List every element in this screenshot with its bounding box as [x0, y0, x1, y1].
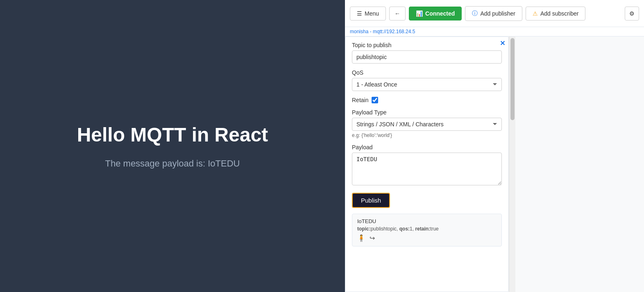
- add-subscriber-button[interactable]: ⚠ Add subscriber: [526, 7, 585, 21]
- connected-label: Connected: [425, 10, 455, 17]
- log-payload: IoTEDU: [357, 218, 497, 224]
- add-subscriber-label: Add subscriber: [540, 10, 578, 17]
- main-content: ✕ Topic to publish QoS 0 - At Most Once …: [345, 36, 644, 292]
- chart-icon: 📊: [416, 10, 423, 17]
- retain-row: Retain: [352, 97, 502, 103]
- connected-button[interactable]: 📊 Connected: [409, 7, 462, 21]
- scrollbar-track[interactable]: [509, 36, 515, 292]
- settings-button[interactable]: ⚙: [625, 7, 639, 21]
- menu-label: Menu: [365, 10, 379, 17]
- payload-label: Payload: [352, 144, 502, 151]
- app-title: Hello MQTT in React: [77, 123, 268, 146]
- left-panel: Hello MQTT in React The message payload …: [0, 0, 345, 292]
- retain-label: Retain: [352, 97, 368, 103]
- breadcrumb-text: monisha - mqtt://192.168.24.5: [350, 29, 415, 34]
- log-retain-key: retain:: [415, 226, 430, 232]
- log-qos-key: qos:: [399, 226, 410, 232]
- message-log: IoTEDU topic:publishtopic, qos:1, retain…: [352, 214, 502, 246]
- qos-select[interactable]: 0 - At Most Once 1 - Atleast Once 2 - Ex…: [352, 78, 502, 91]
- info-icon-pub: ⓘ: [472, 10, 478, 17]
- panel-body: Topic to publish QoS 0 - At Most Once 1 …: [345, 37, 508, 292]
- publisher-panel: ✕ Topic to publish QoS 0 - At Most Once …: [345, 36, 509, 292]
- payload-type-group: Payload Type Strings / JSON / XML / Char…: [352, 109, 502, 138]
- payload-type-label: Payload Type: [352, 109, 502, 116]
- log-person-icon[interactable]: 🧍: [357, 234, 365, 242]
- menu-button[interactable]: ☰ Menu: [350, 7, 386, 21]
- close-button[interactable]: ✕: [500, 39, 505, 47]
- navbar: ☰ Menu ← 📊 Connected ⓘ Add publisher ⚠ A…: [345, 0, 644, 27]
- log-meta: topic:publishtopic, qos:1, retain:true: [357, 226, 497, 232]
- qos-label: QoS: [352, 69, 502, 76]
- topic-input[interactable]: [352, 50, 502, 64]
- payload-type-select[interactable]: Strings / JSON / XML / Characters Base64…: [352, 118, 502, 131]
- log-topic-key: topic:: [357, 226, 371, 232]
- topic-group: Topic to publish: [352, 42, 502, 64]
- payload-textarea[interactable]: IoTEDU: [352, 153, 502, 185]
- hamburger-icon: ☰: [357, 10, 362, 17]
- log-icons: 🧍 ↪: [357, 234, 497, 242]
- warn-icon-sub: ⚠: [533, 10, 538, 17]
- right-remainder: [515, 36, 644, 292]
- app-subtitle: The message payload is: IoTEDU: [105, 158, 240, 169]
- topic-label: Topic to publish: [352, 42, 502, 48]
- payload-group: Payload IoTEDU: [352, 144, 502, 187]
- back-button[interactable]: ←: [389, 7, 406, 21]
- scrollbar-thumb: [510, 38, 515, 120]
- log-share-icon[interactable]: ↪: [370, 234, 375, 242]
- publish-button[interactable]: Publish: [352, 193, 390, 208]
- gear-icon: ⚙: [629, 10, 635, 17]
- retain-checkbox[interactable]: [372, 97, 378, 103]
- back-arrow-icon: ←: [395, 10, 400, 17]
- payload-hint: e.g: {'hello':'world'}: [352, 132, 502, 138]
- qos-group: QoS 0 - At Most Once 1 - Atleast Once 2 …: [352, 69, 502, 91]
- breadcrumb: monisha - mqtt://192.168.24.5: [345, 27, 644, 36]
- add-publisher-button[interactable]: ⓘ Add publisher: [465, 6, 522, 21]
- right-panel: ☰ Menu ← 📊 Connected ⓘ Add publisher ⚠ A…: [345, 0, 644, 292]
- add-publisher-label: Add publisher: [480, 10, 515, 17]
